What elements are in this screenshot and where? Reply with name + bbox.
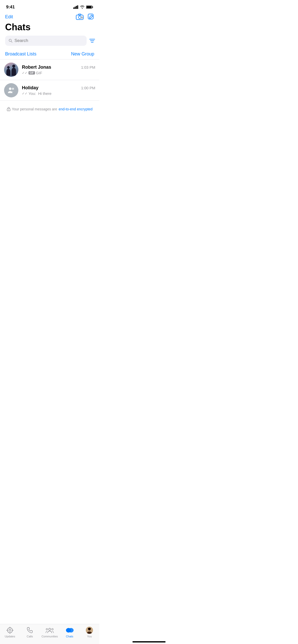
wifi-icon — [80, 5, 85, 9]
svg-point-18 — [12, 88, 14, 90]
page-title: Chats — [0, 21, 99, 36]
encryption-text: Your personal messages are — [12, 107, 57, 111]
new-group-button[interactable]: New Group — [71, 51, 94, 57]
group-avatar-icon — [7, 86, 16, 95]
svg-point-17 — [9, 87, 11, 90]
chat-item-holiday[interactable]: Holiday 1:00 PM ✓✓ You: Hi there — [0, 80, 99, 101]
chat-list: Robert Jonas 1:03 PM ✓✓ GIF GIF Holiday — [0, 60, 99, 101]
search-icon — [9, 39, 12, 43]
svg-point-10 — [80, 16, 83, 19]
svg-rect-6 — [87, 6, 92, 8]
preview-text-holiday: Hi there — [38, 91, 52, 96]
chat-time-robert-jonas: 1:03 PM — [81, 65, 95, 69]
status-icons — [73, 5, 93, 9]
chat-name-holiday: Holiday — [22, 85, 38, 91]
preview-text-rj: GIF — [36, 71, 42, 75]
header: Edit — [0, 12, 99, 21]
svg-rect-3 — [77, 5, 78, 9]
lock-icon — [7, 107, 10, 111]
avatar-robert-jonas — [4, 63, 18, 77]
you-label-holiday: You: — [29, 91, 37, 96]
svg-rect-1 — [75, 7, 76, 9]
filter-icon[interactable] — [89, 38, 95, 43]
status-bar: 9:41 — [0, 0, 99, 12]
camera-icon[interactable] — [76, 13, 84, 20]
svg-rect-5 — [92, 6, 93, 8]
chat-name-robert-jonas: Robert Jonas — [22, 65, 51, 70]
search-input[interactable] — [15, 38, 83, 43]
search-row — [0, 36, 99, 46]
header-action-icons — [76, 13, 94, 20]
chat-time-holiday: 1:00 PM — [81, 86, 95, 90]
edit-button[interactable]: Edit — [5, 14, 13, 20]
double-check-icon-holiday: ✓✓ — [22, 92, 28, 95]
compose-icon[interactable] — [88, 13, 94, 20]
chat-preview-robert-jonas: ✓✓ GIF GIF — [22, 71, 95, 75]
chat-info-holiday: Holiday 1:00 PM ✓✓ You: Hi there — [22, 85, 95, 96]
svg-point-20 — [8, 110, 9, 110]
search-bar[interactable] — [5, 36, 87, 46]
svg-rect-2 — [76, 6, 77, 9]
chat-info-robert-jonas: Robert Jonas 1:03 PM ✓✓ GIF GIF — [22, 65, 95, 75]
chat-preview-holiday: ✓✓ You: Hi there — [22, 91, 95, 96]
avatar-holiday — [4, 83, 18, 97]
svg-line-13 — [11, 41, 12, 42]
double-check-icon-rj: ✓✓ — [22, 71, 28, 75]
signal-icon — [73, 5, 78, 9]
svg-rect-0 — [73, 7, 74, 9]
encryption-link[interactable]: end-to-end encrypted — [59, 107, 92, 111]
gif-badge: GIF — [29, 71, 35, 75]
svg-rect-9 — [78, 14, 81, 15]
broadcast-lists-button[interactable]: Broadcast Lists — [5, 51, 36, 57]
chat-item-robert-jonas[interactable]: Robert Jonas 1:03 PM ✓✓ GIF GIF — [0, 60, 99, 80]
action-row: Broadcast Lists New Group — [0, 50, 99, 60]
encryption-notice: Your personal messages are end-to-end en… — [0, 101, 99, 114]
battery-icon — [86, 5, 93, 9]
status-time: 9:41 — [6, 5, 15, 10]
